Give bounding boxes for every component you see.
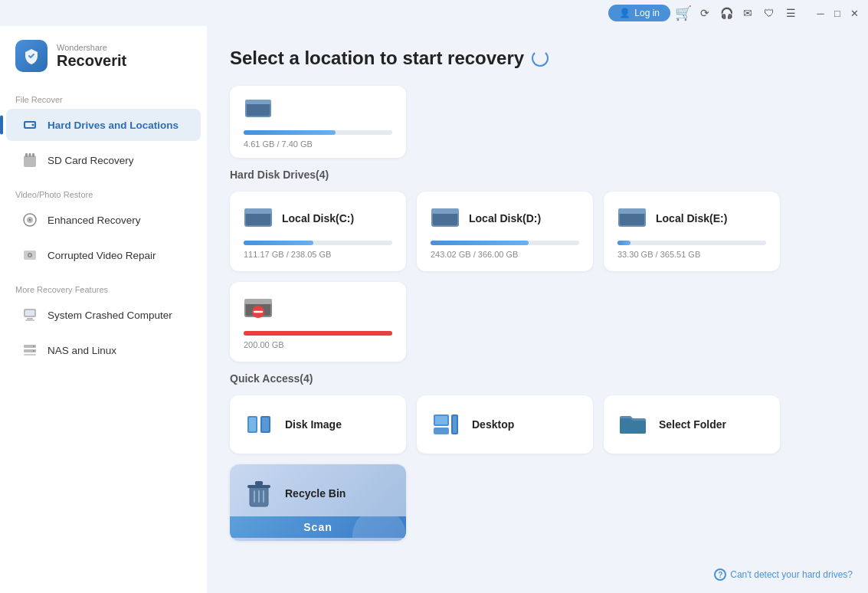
quick-access-recycle-bin[interactable]: Recycle Bin Scan [230, 464, 406, 541]
enhanced-recovery-icon [21, 211, 38, 228]
svg-rect-36 [244, 299, 272, 304]
top-drive-size: 4.61 GB / 7.40 GB [244, 139, 392, 149]
sidebar-item-nas-linux[interactable]: NAS and Linux [6, 334, 201, 366]
logo-name: Recoverit [57, 52, 126, 70]
headphones-icon[interactable]: 🎧 [718, 5, 735, 21]
drive-bar-error [244, 331, 392, 336]
hard-disk-section-label: Hard Disk Drives(4) [230, 169, 845, 181]
page-title-area: Select a location to start recovery [230, 48, 845, 69]
drive-name-d: Local Disk(D:) [469, 212, 541, 224]
drive-card-c[interactable]: Local Disk(C:) 111.17 GB / 238.05 GB [230, 192, 406, 271]
disk-image-icon [244, 409, 274, 440]
quick-access-disk-image[interactable]: Disk Image [230, 395, 406, 454]
error-drive-row: 200.00 GB [230, 282, 845, 362]
sidebar-item-sd-card-label: SD Card Recovery [47, 155, 134, 166]
desktop-icon [431, 409, 461, 440]
close-button[interactable]: ✕ [848, 7, 860, 19]
sidebar-item-nas-linux-label: NAS and Linux [47, 345, 116, 356]
maximize-button[interactable]: □ [831, 7, 843, 19]
drive-name-e: Local Disk(E:) [656, 212, 727, 224]
system-crashed-icon [21, 306, 38, 323]
drive-card-error[interactable]: 200.00 GB [230, 282, 406, 362]
corrupted-video-icon [21, 247, 38, 264]
logo-text: Wondershare Recoverit [57, 43, 126, 70]
drive-bar-e [617, 241, 631, 245]
recycle-bin-icon [244, 478, 274, 509]
svg-rect-24 [245, 100, 271, 104]
sidebar-item-sd-card[interactable]: SD Card Recovery [6, 144, 201, 176]
top-drive-bar-fill [244, 130, 336, 135]
drive-icon-e [617, 204, 647, 233]
sidebar-item-system-crashed[interactable]: System Crashed Computer [6, 299, 201, 331]
sidebar-item-corrupted-video[interactable]: Corrupted Video Repair [6, 239, 201, 271]
shield-icon[interactable]: 🛡 [761, 5, 778, 21]
svg-rect-4 [25, 153, 28, 157]
drive-size-c: 111.17 GB / 238.05 GB [244, 250, 392, 259]
svg-rect-6 [32, 153, 34, 157]
svg-rect-49 [247, 485, 270, 488]
drive-icon-c [244, 204, 273, 233]
sidebar-item-hard-drives[interactable]: Hard Drives and Locations [6, 109, 201, 141]
svg-rect-26 [246, 212, 270, 225]
svg-rect-46 [453, 416, 457, 433]
svg-rect-47 [434, 428, 449, 434]
drive-size-d: 243.02 GB / 366.00 GB [431, 250, 579, 259]
sidebar-item-enhanced-label: Enhanced Recovery [47, 215, 141, 226]
logo-area: Wondershare Recoverit [0, 26, 207, 89]
svg-point-20 [33, 346, 34, 347]
scan-badge[interactable]: Scan [230, 516, 406, 538]
drive-icon-error [244, 294, 273, 323]
drive-icon-d [431, 204, 460, 233]
drive-bar-c [244, 241, 313, 245]
svg-rect-5 [29, 153, 31, 157]
svg-rect-14 [25, 310, 34, 316]
drive-card-e[interactable]: Local Disk(E:) 33.30 GB / 365.51 GB [604, 192, 780, 271]
svg-rect-33 [618, 208, 646, 214]
svg-rect-44 [435, 416, 447, 424]
svg-point-2 [32, 124, 34, 126]
scan-label: Scan [303, 521, 332, 533]
drive-card-d[interactable]: Local Disk(D:) 243.02 GB / 366.00 GB [417, 192, 593, 271]
list-icon[interactable]: ☰ [782, 5, 799, 21]
titlebar: 👤 Log in 🛒 ⟳ 🎧 ✉ 🛡 ☰ ─ □ ✕ [0, 0, 868, 26]
login-button[interactable]: 👤 Log in [608, 5, 670, 21]
sidebar: Wondershare Recoverit File Recover Hard … [0, 26, 207, 593]
quick-access-cards: Disk Image Desktop [230, 395, 845, 454]
svg-rect-27 [244, 208, 272, 214]
svg-rect-23 [247, 103, 270, 116]
top-drive-card[interactable]: 4.61 GB / 7.40 GB [230, 86, 406, 158]
minimize-button[interactable]: ─ [814, 7, 827, 19]
video-photo-section: Video/Photo Restore [0, 184, 207, 202]
more-features-section: More Recovery Features [0, 279, 207, 297]
top-drive-icon [244, 95, 273, 124]
user-icon: 👤 [619, 8, 631, 18]
hard-disk-cards: Local Disk(C:) 111.17 GB / 238.05 GB [230, 192, 845, 271]
drive-name-c: Local Disk(C:) [282, 212, 354, 224]
svg-rect-42 [262, 418, 269, 431]
file-recover-section: File Recover [0, 89, 207, 107]
mail-icon[interactable]: ✉ [739, 5, 756, 21]
sidebar-item-enhanced[interactable]: Enhanced Recovery [6, 204, 201, 236]
page-title-text: Select a location to start recovery [230, 48, 524, 69]
svg-rect-32 [620, 212, 644, 225]
top-drive-bar-bg [244, 130, 392, 135]
svg-rect-41 [249, 418, 256, 431]
history-icon[interactable]: ⟳ [696, 5, 713, 21]
sd-card-icon [21, 152, 38, 169]
cant-detect-link[interactable]: ? Can't detect your hard drives? [714, 568, 853, 581]
recycle-bin-row: Recycle Bin Scan [230, 464, 845, 541]
svg-point-9 [29, 219, 31, 221]
cart-icon[interactable]: 🛒 [675, 5, 692, 21]
recycle-bin-label: Recycle Bin [285, 487, 346, 500]
main-content: Select a location to start recovery 4.61… [207, 26, 868, 593]
refresh-icon[interactable] [532, 50, 549, 67]
quick-access-desktop[interactable]: Desktop [417, 395, 593, 454]
nas-linux-icon [21, 342, 38, 359]
drive-bar-d [431, 241, 529, 245]
quick-access-select-folder[interactable]: Select Folder [604, 395, 780, 454]
select-folder-icon [617, 409, 648, 440]
svg-rect-19 [24, 354, 36, 355]
svg-rect-16 [25, 319, 34, 321]
scan-wave-decoration [352, 516, 406, 538]
svg-rect-29 [433, 212, 457, 225]
